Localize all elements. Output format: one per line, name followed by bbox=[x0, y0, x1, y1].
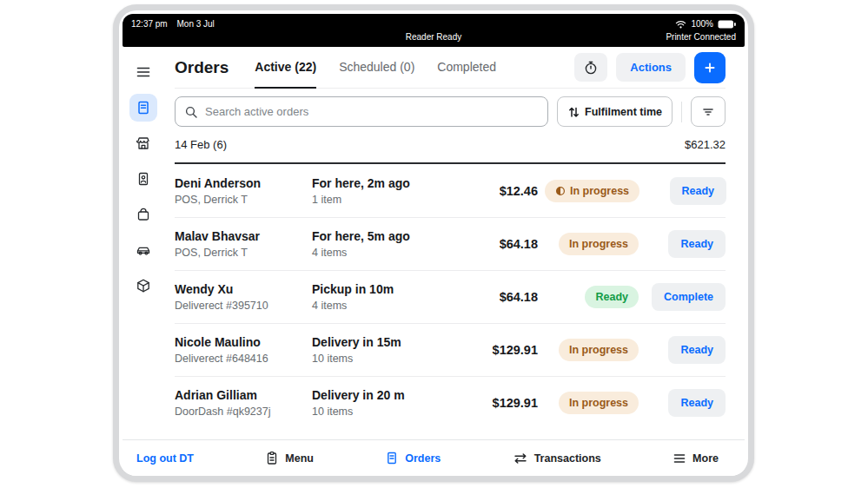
fulfillment-info: Delivery in 15m bbox=[312, 335, 458, 349]
app-body: Orders Active (22) Scheduled (0) Complet… bbox=[123, 47, 745, 439]
order-source: Deliverect #395710 bbox=[175, 300, 312, 312]
date-group-header: 14 Feb (6) $621.32 bbox=[175, 127, 726, 164]
sidebar-item-storefront[interactable] bbox=[129, 129, 157, 157]
search-icon bbox=[184, 105, 198, 119]
nav-item-orders[interactable]: Orders bbox=[385, 451, 441, 465]
nav-label: More bbox=[692, 452, 719, 465]
reader-status: Reader Ready bbox=[131, 32, 736, 42]
package-icon bbox=[136, 278, 151, 293]
timer-button[interactable] bbox=[574, 53, 607, 82]
order-action-button[interactable]: Ready bbox=[668, 389, 726, 417]
menu-clipboard-icon bbox=[265, 451, 279, 465]
order-tabs: Active (22) Scheduled (0) Completed bbox=[255, 47, 496, 88]
nav-label: Transactions bbox=[534, 452, 601, 465]
fulfillment-info: For here, 2m ago bbox=[312, 176, 458, 190]
battery-icon bbox=[718, 20, 736, 29]
id-badge-icon bbox=[136, 171, 151, 187]
order-row[interactable]: Deni Anderson POS, Derrick T For here, 2… bbox=[175, 164, 726, 217]
orders-list: Deni Anderson POS, Derrick T For here, 2… bbox=[175, 164, 726, 429]
sort-button[interactable]: Fulfilment time bbox=[557, 96, 673, 127]
status-badge: In progress bbox=[545, 180, 639, 202]
sort-arrows-icon bbox=[567, 105, 580, 119]
customer-name: Deni Anderson bbox=[175, 176, 312, 190]
order-action-button[interactable]: Ready bbox=[668, 336, 726, 364]
status-bar: 12:37 pm Mon 3 Jul 100% bbox=[123, 14, 745, 47]
order-action-button[interactable]: Complete bbox=[652, 283, 726, 311]
item-count: 4 items bbox=[312, 247, 458, 259]
orders-toolbar: Fulfilment time bbox=[175, 96, 726, 127]
tab-active[interactable]: Active (22) bbox=[255, 47, 316, 89]
sidebar-item-team[interactable] bbox=[129, 165, 157, 193]
search-input[interactable] bbox=[205, 105, 539, 118]
bottom-nav: Log out DT Menu bbox=[123, 439, 745, 476]
item-count: 10 items bbox=[312, 406, 458, 418]
customer-name: Adrian Gilliam bbox=[175, 388, 312, 402]
orders-header: Orders Active (22) Scheduled (0) Complet… bbox=[175, 47, 726, 89]
order-row[interactable]: Nicole Maulino Deliverect #648416 Delive… bbox=[175, 323, 726, 376]
add-order-button[interactable] bbox=[694, 52, 726, 83]
orders-receipt-icon bbox=[136, 100, 151, 115]
tablet-device: 12:37 pm Mon 3 Jul 100% bbox=[113, 4, 754, 482]
status-label: Ready bbox=[595, 291, 628, 303]
logout-button[interactable]: Log out DT bbox=[136, 452, 194, 465]
customer-name: Nicole Maulino bbox=[175, 335, 312, 349]
status-badge: In progress bbox=[559, 233, 639, 255]
sidebar-item-bag[interactable] bbox=[129, 201, 157, 228]
status-datetime: 12:37 pm Mon 3 Jul bbox=[131, 19, 222, 29]
order-price: $64.18 bbox=[458, 290, 545, 304]
order-source: DoorDash #qk9237j bbox=[175, 406, 312, 418]
order-row[interactable]: Adrian Gilliam DoorDash #qk9237j Deliver… bbox=[175, 376, 726, 429]
fulfillment-info: Pickup in 10m bbox=[312, 282, 458, 296]
order-row[interactable]: Wendy Xu Deliverect #395710 Pickup in 10… bbox=[175, 270, 726, 323]
order-row[interactable]: Malav Bhavsar POS, Derrick T For here, 5… bbox=[175, 217, 726, 270]
nav-item-transactions[interactable]: Transactions bbox=[513, 452, 601, 465]
hamburger-menu-icon[interactable] bbox=[129, 58, 157, 86]
status-date: Mon 3 Jul bbox=[176, 19, 214, 29]
order-source: Deliverect #648416 bbox=[175, 353, 312, 365]
stopwatch-icon bbox=[583, 60, 599, 76]
item-count: 4 items bbox=[312, 300, 458, 312]
tab-completed[interactable]: Completed bbox=[437, 47, 496, 89]
filter-icon bbox=[701, 105, 715, 119]
page: 12:37 pm Mon 3 Jul 100% bbox=[0, 0, 868, 488]
status-badge: Ready bbox=[585, 286, 639, 308]
nav-label: Orders bbox=[405, 452, 441, 465]
item-count: 10 items bbox=[312, 353, 458, 365]
customer-name: Wendy Xu bbox=[175, 282, 312, 296]
page-title: Orders bbox=[175, 58, 229, 77]
order-price: $12.46 bbox=[458, 184, 545, 198]
filter-button[interactable] bbox=[691, 96, 726, 127]
nav-item-more[interactable]: More bbox=[673, 452, 719, 465]
main-content: Orders Active (22) Scheduled (0) Complet… bbox=[164, 47, 745, 439]
toolbar-divider bbox=[681, 102, 682, 122]
more-lines-icon bbox=[673, 452, 686, 465]
battery-percent: 100% bbox=[691, 19, 713, 29]
nav-item-menu[interactable]: Menu bbox=[265, 451, 314, 465]
status-label: In progress bbox=[570, 185, 629, 197]
order-price: $64.18 bbox=[458, 237, 545, 251]
fulfillment-info: Delivery in 20 m bbox=[312, 388, 458, 402]
order-source: POS, Derrick T bbox=[175, 194, 312, 206]
sidebar-item-items[interactable] bbox=[129, 272, 157, 300]
order-source: POS, Derrick T bbox=[175, 247, 312, 259]
plus-icon bbox=[702, 60, 718, 76]
status-label: In progress bbox=[569, 238, 628, 250]
orders-receipt-icon bbox=[385, 451, 399, 465]
sidebar-item-delivery[interactable] bbox=[129, 236, 157, 264]
search-box[interactable] bbox=[175, 96, 548, 127]
fulfillment-info: For here, 5m ago bbox=[312, 229, 458, 243]
item-count: 1 item bbox=[312, 194, 458, 206]
wifi-icon bbox=[675, 20, 686, 29]
actions-button[interactable]: Actions bbox=[616, 53, 686, 82]
tab-scheduled[interactable]: Scheduled (0) bbox=[339, 47, 414, 89]
order-action-button[interactable]: Ready bbox=[670, 177, 727, 205]
tablet-screen: 12:37 pm Mon 3 Jul 100% bbox=[119, 10, 748, 476]
sidebar-item-orders[interactable] bbox=[129, 94, 157, 122]
in-progress-icon bbox=[555, 186, 566, 196]
customer-name: Malav Bhavsar bbox=[175, 229, 312, 243]
delivery-car-icon bbox=[136, 242, 151, 258]
storefront-icon bbox=[136, 135, 151, 151]
sort-label: Fulfilment time bbox=[585, 106, 662, 118]
nav-label: Menu bbox=[285, 452, 314, 465]
order-action-button[interactable]: Ready bbox=[668, 230, 726, 258]
